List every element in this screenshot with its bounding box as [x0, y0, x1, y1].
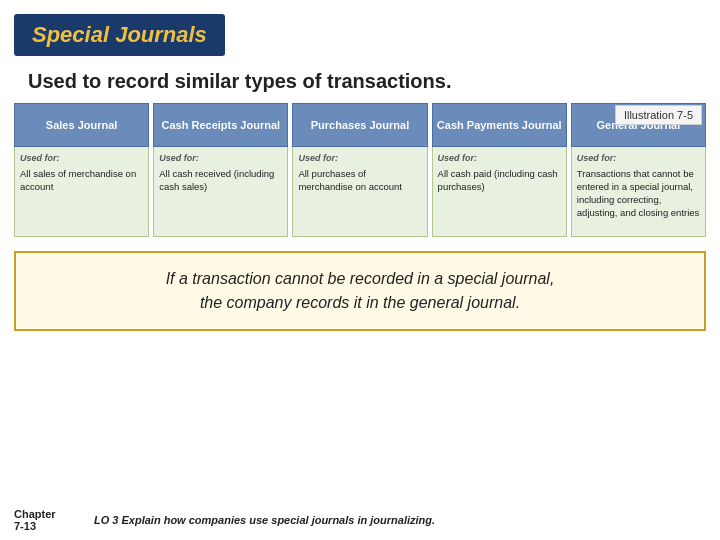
purchases-journal-col: Purchases Journal Used for: All purchase… [292, 103, 427, 237]
sales-journal-header: Sales Journal [14, 103, 149, 147]
footer: Chapter7-13 LO 3 Explain how companies u… [0, 508, 720, 532]
cash-receipts-journal-header: Cash Receipts Journal [153, 103, 288, 147]
slide: Special Journals Used to record similar … [0, 0, 720, 540]
journals-container: Sales Journal Used for: All sales of mer… [14, 103, 706, 237]
cash-receipts-journal-col: Cash Receipts Journal Used for: All cash… [153, 103, 288, 237]
title-bar: Special Journals [14, 14, 225, 56]
sales-journal-body: Used for: All sales of merchandise on ac… [14, 147, 149, 237]
cash-payments-journal-body: Used for: All cash paid (including cash … [432, 147, 567, 237]
chapter-label: Chapter7-13 [14, 508, 74, 532]
cash-payments-journal-header: Cash Payments Journal [432, 103, 567, 147]
lo-text: LO 3 Explain how companies use special j… [94, 514, 435, 526]
cash-payments-journal-col: Cash Payments Journal Used for: All cash… [432, 103, 567, 237]
general-journal-body: Used for: Transactions that cannot be en… [571, 147, 706, 237]
illustration-label: Illustration 7-5 [615, 105, 702, 125]
note-text: If a transaction cannot be recorded in a… [36, 267, 684, 315]
slide-subtitle: Used to record similar types of transact… [28, 70, 706, 93]
sales-journal-col: Sales Journal Used for: All sales of mer… [14, 103, 149, 237]
cash-receipts-journal-body: Used for: All cash received (including c… [153, 147, 288, 237]
purchases-journal-body: Used for: All purchases of merchandise o… [292, 147, 427, 237]
purchases-journal-header: Purchases Journal [292, 103, 427, 147]
slide-title: Special Journals [32, 22, 207, 47]
note-box: If a transaction cannot be recorded in a… [14, 251, 706, 331]
